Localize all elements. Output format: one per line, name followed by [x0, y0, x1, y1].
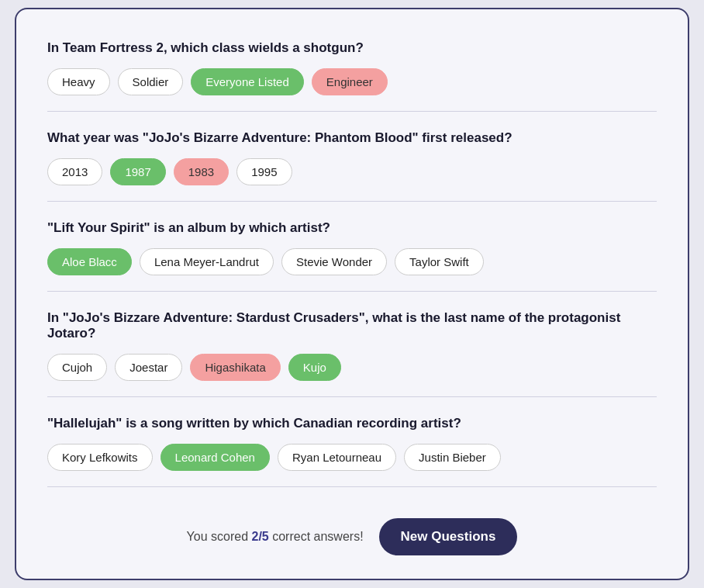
answer-btn-q2-a2[interactable]: 1987	[110, 158, 165, 185]
answer-btn-q3-a1[interactable]: Aloe Blacc	[47, 248, 132, 275]
new-questions-button[interactable]: New Questions	[379, 518, 518, 555]
question-text-1: In Team Fortress 2, which class wields a…	[47, 40, 657, 56]
question-text-5: "Hallelujah" is a song written by which …	[47, 416, 657, 431]
answer-btn-q4-a2[interactable]: Joestar	[115, 354, 182, 381]
question-block-5: "Hallelujah" is a song written by which …	[47, 397, 657, 487]
questions-area: In Team Fortress 2, which class wields a…	[47, 40, 657, 487]
answer-btn-q5-a4[interactable]: Justin Bieber	[404, 444, 501, 471]
answer-btn-q1-a4[interactable]: Engineer	[312, 68, 388, 95]
answer-btn-q3-a2[interactable]: Lena Meyer-Landrut	[140, 248, 274, 275]
answers-4: CujohJoestarHigashikataKujo	[47, 354, 657, 381]
answer-btn-q3-a4[interactable]: Taylor Swift	[395, 248, 484, 275]
quiz-container: In Team Fortress 2, which class wields a…	[15, 8, 689, 580]
score-value: 2/5	[252, 530, 269, 543]
answer-btn-q1-a2[interactable]: Soldier	[118, 68, 184, 95]
answers-1: HeavySoldierEveryone ListedEngineer	[47, 68, 657, 95]
question-text-4: In "JoJo's Bizzare Adventure: Stardust C…	[47, 310, 657, 341]
score-text: You scored 2/5 correct answers!	[187, 530, 364, 544]
answer-btn-q4-a3[interactable]: Higashikata	[190, 354, 280, 381]
score-row: You scored 2/5 correct answers! New Ques…	[47, 510, 657, 555]
answers-5: Kory LefkowitsLeonard CohenRyan Letourne…	[47, 444, 657, 471]
answer-btn-q3-a3[interactable]: Stevie Wonder	[281, 248, 387, 275]
question-text-3: "Lift Your Spirit" is an album by which …	[47, 220, 657, 236]
question-text-2: What year was "JoJo's Bizarre Adventure:…	[47, 130, 657, 146]
answer-btn-q1-a1[interactable]: Heavy	[47, 68, 110, 95]
answer-btn-q1-a3[interactable]: Everyone Listed	[191, 68, 304, 95]
answers-3: Aloe BlaccLena Meyer-LandrutStevie Wonde…	[47, 248, 657, 275]
answer-btn-q5-a2[interactable]: Leonard Cohen	[160, 444, 270, 471]
question-block-1: In Team Fortress 2, which class wields a…	[47, 40, 657, 112]
question-block-2: What year was "JoJo's Bizarre Adventure:…	[47, 112, 657, 202]
answer-btn-q5-a3[interactable]: Ryan Letourneau	[278, 444, 396, 471]
question-block-3: "Lift Your Spirit" is an album by which …	[47, 202, 657, 292]
answer-btn-q2-a3[interactable]: 1983	[174, 158, 229, 185]
answer-btn-q2-a1[interactable]: 2013	[47, 158, 102, 185]
answer-btn-q4-a4[interactable]: Kujo	[288, 354, 341, 381]
answers-2: 2013198719831995	[47, 158, 657, 185]
answer-btn-q4-a1[interactable]: Cujoh	[47, 354, 107, 381]
answer-btn-q5-a1[interactable]: Kory Lefkowits	[47, 444, 153, 471]
question-block-4: In "JoJo's Bizzare Adventure: Stardust C…	[47, 292, 657, 397]
answer-btn-q2-a4[interactable]: 1995	[236, 158, 292, 185]
